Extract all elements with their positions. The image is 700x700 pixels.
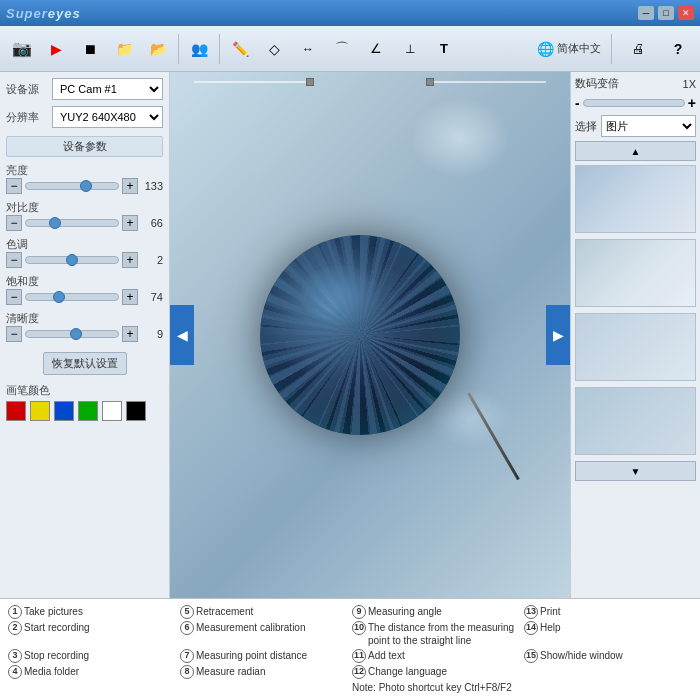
color-yellow[interactable] [30,401,50,421]
hue-track[interactable] [25,256,119,264]
zoom-minus[interactable]: - [575,95,580,111]
angle-icon: ∠ [370,41,382,56]
hue-plus[interactable]: + [122,252,138,268]
open-folder-icon: 📂 [150,41,167,57]
color-white[interactable] [102,401,122,421]
close-button[interactable]: ✕ [678,6,694,20]
brightness-label: 亮度 [6,163,163,178]
stop-recording-button[interactable]: ⏹ [74,33,106,65]
open-file-button[interactable]: 📂 [142,33,174,65]
color-green[interactable] [78,401,98,421]
legend-num-15: 15 [524,649,538,663]
maximize-button[interactable]: □ [658,6,674,20]
image-area[interactable]: ◀ ▶ [170,72,570,598]
print-button[interactable]: 🖨 [622,33,654,65]
media-folder-button[interactable]: 📁 [108,33,140,65]
thumbnail-2[interactable] [575,239,696,307]
scroll-up-button[interactable]: ▲ [575,141,696,161]
brightness-track[interactable] [25,182,119,190]
saturation-plus[interactable]: + [122,289,138,305]
title-bar: Supereyes ─ □ ✕ [0,0,700,26]
zoom-plus[interactable]: + [688,95,696,111]
legend-num-13: 13 [524,605,538,619]
help-button[interactable]: ? [662,33,694,65]
zoom-track[interactable] [583,99,685,107]
contrast-controls: − + 66 [6,215,163,231]
add-text-button[interactable]: T [428,33,460,65]
brightness-controls: − + 133 [6,178,163,194]
saturation-track[interactable] [25,293,119,301]
nav-left-arrow[interactable]: ◀ [170,305,194,365]
resolution-row: 分辨率 YUY2 640X480 [6,106,163,128]
measurement-calibration-button[interactable]: ◇ [258,33,290,65]
measure-handle-right[interactable] [426,78,434,86]
sharpness-label: 清晰度 [6,311,163,326]
brightness-plus[interactable]: + [122,178,138,194]
scroll-down-button[interactable]: ▼ [575,461,696,481]
legend-note: Note: Photo shortcut key Ctrl+F8/F2 [352,681,692,694]
thumbnail-4[interactable] [575,387,696,455]
microscope-view: ◀ ▶ [170,72,570,598]
legend-item-13: 13 Print [524,605,692,619]
sharpness-thumb[interactable] [70,328,82,340]
brightness-thumb[interactable] [80,180,92,192]
contrast-thumb[interactable] [49,217,61,229]
legend-num-14: 14 [524,621,538,635]
minimize-button[interactable]: ─ [638,6,654,20]
retracement-button[interactable]: ✏️ [224,33,256,65]
legend-text-3: Stop recording [24,649,89,662]
help-icon: ? [674,41,683,57]
color-section: 画笔颜色 [6,383,163,421]
color-blue[interactable] [54,401,74,421]
sharpness-minus[interactable]: − [6,326,22,342]
contrast-track[interactable] [25,219,119,227]
legend-item-10: 10 The distance from the measuring point… [352,621,520,647]
app-window: Supereyes ─ □ ✕ 📷 ▶ ⏹ 📁 [0,0,700,700]
saturation-thumb[interactable] [53,291,65,303]
color-red[interactable] [6,401,26,421]
measuring-angle-button[interactable]: ∠ [360,33,392,65]
device-select[interactable]: PC Cam #1 [52,78,163,100]
sharpness-controls: − + 9 [6,326,163,342]
distance-to-line-button[interactable]: ⊥ [394,33,426,65]
toolbar-separator-1 [178,34,179,64]
mode-select[interactable]: 图片 [601,115,696,137]
measure-radian-button[interactable]: ⌒ [326,33,358,65]
sharpness-track[interactable] [25,330,119,338]
toolbar-right: 🌐 简体中文 🖨 ? [537,33,694,65]
take-pictures-button[interactable]: 📷 [6,33,38,65]
start-recording-button[interactable]: ▶ [40,33,72,65]
users-button[interactable]: 👥 [183,33,215,65]
thumbnail-3[interactable] [575,313,696,381]
hue-value: 2 [141,254,163,266]
legend-text-8: Measure radian [196,665,265,678]
resolution-select[interactable]: YUY2 640X480 [52,106,163,128]
contrast-plus[interactable]: + [122,215,138,231]
legend-item-3: 3 Stop recording [8,649,176,663]
resolution-label: 分辨率 [6,110,48,125]
legend-item-4: 4 Media folder [8,665,176,679]
legend-item-7: 7 Measuring point distance [180,649,348,663]
saturation-controls: − + 74 [6,289,163,305]
sharpness-plus[interactable]: + [122,326,138,342]
saturation-minus[interactable]: − [6,289,22,305]
legend-item-2: 2 Start recording [8,621,176,647]
brightness-minus[interactable]: − [6,178,22,194]
measuring-point-distance-button[interactable]: ↔ [292,33,324,65]
legend-num-8: 8 [180,665,194,679]
measure-handle-left[interactable] [306,78,314,86]
contrast-minus[interactable]: − [6,215,22,231]
nav-right-arrow[interactable]: ▶ [546,305,570,365]
thumbnail-1[interactable] [575,165,696,233]
mode-label: 选择 [575,119,597,134]
diamond-icon: ◇ [269,41,280,57]
app-logo: Supereyes [6,6,81,21]
legend-item-14: 14 Help [524,621,692,647]
print-icon: 🖨 [632,41,645,56]
change-language-button[interactable]: 🌐 简体中文 [537,41,601,57]
color-black[interactable] [126,401,146,421]
legend-text-5: Retracement [196,605,253,618]
reset-defaults-button[interactable]: 恢复默认设置 [43,352,127,375]
hue-thumb[interactable] [66,254,78,266]
hue-minus[interactable]: − [6,252,22,268]
